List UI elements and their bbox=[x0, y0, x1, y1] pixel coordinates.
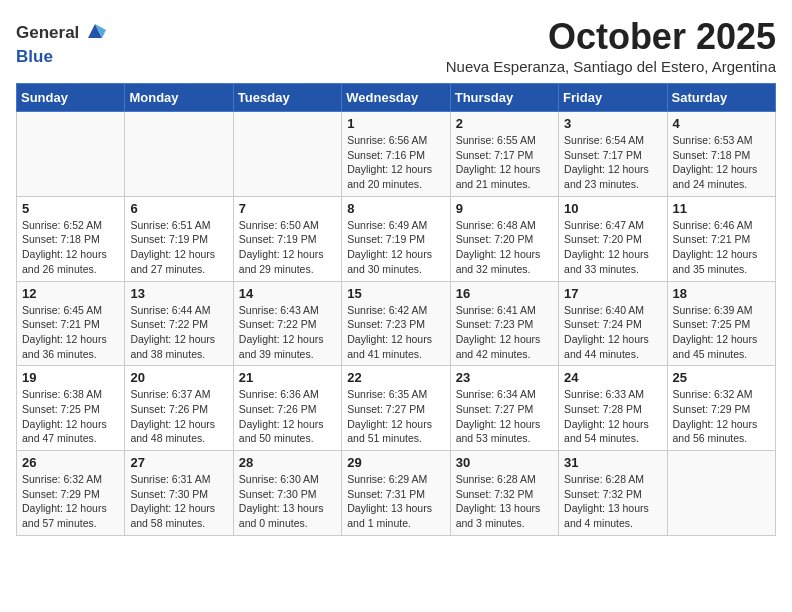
calendar-table: SundayMondayTuesdayWednesdayThursdayFrid… bbox=[16, 83, 776, 536]
cell-info-text: Sunrise: 6:35 AM Sunset: 7:27 PM Dayligh… bbox=[347, 387, 444, 446]
calendar-week-row: 19Sunrise: 6:38 AM Sunset: 7:25 PM Dayli… bbox=[17, 366, 776, 451]
cell-day-number: 9 bbox=[456, 201, 553, 216]
weekday-header-row: SundayMondayTuesdayWednesdayThursdayFrid… bbox=[17, 84, 776, 112]
cell-info-text: Sunrise: 6:50 AM Sunset: 7:19 PM Dayligh… bbox=[239, 218, 336, 277]
title-block: October 2025 Nueva Esperanza, Santiago d… bbox=[446, 16, 776, 75]
calendar-cell bbox=[233, 112, 341, 197]
cell-day-number: 25 bbox=[673, 370, 770, 385]
cell-info-text: Sunrise: 6:28 AM Sunset: 7:32 PM Dayligh… bbox=[564, 472, 661, 531]
cell-day-number: 20 bbox=[130, 370, 227, 385]
cell-day-number: 19 bbox=[22, 370, 119, 385]
logo-icon bbox=[84, 20, 106, 42]
cell-info-text: Sunrise: 6:44 AM Sunset: 7:22 PM Dayligh… bbox=[130, 303, 227, 362]
cell-day-number: 8 bbox=[347, 201, 444, 216]
cell-day-number: 23 bbox=[456, 370, 553, 385]
calendar-week-row: 1Sunrise: 6:56 AM Sunset: 7:16 PM Daylig… bbox=[17, 112, 776, 197]
cell-day-number: 21 bbox=[239, 370, 336, 385]
calendar-cell: 2Sunrise: 6:55 AM Sunset: 7:17 PM Daylig… bbox=[450, 112, 558, 197]
calendar-cell: 24Sunrise: 6:33 AM Sunset: 7:28 PM Dayli… bbox=[559, 366, 667, 451]
cell-info-text: Sunrise: 6:47 AM Sunset: 7:20 PM Dayligh… bbox=[564, 218, 661, 277]
calendar-cell: 11Sunrise: 6:46 AM Sunset: 7:21 PM Dayli… bbox=[667, 196, 775, 281]
calendar-cell: 19Sunrise: 6:38 AM Sunset: 7:25 PM Dayli… bbox=[17, 366, 125, 451]
logo-line2: Blue bbox=[16, 47, 106, 67]
cell-day-number: 7 bbox=[239, 201, 336, 216]
calendar-cell: 1Sunrise: 6:56 AM Sunset: 7:16 PM Daylig… bbox=[342, 112, 450, 197]
cell-day-number: 18 bbox=[673, 286, 770, 301]
cell-day-number: 13 bbox=[130, 286, 227, 301]
cell-day-number: 16 bbox=[456, 286, 553, 301]
cell-day-number: 31 bbox=[564, 455, 661, 470]
calendar-cell: 30Sunrise: 6:28 AM Sunset: 7:32 PM Dayli… bbox=[450, 451, 558, 536]
cell-day-number: 27 bbox=[130, 455, 227, 470]
cell-info-text: Sunrise: 6:34 AM Sunset: 7:27 PM Dayligh… bbox=[456, 387, 553, 446]
cell-info-text: Sunrise: 6:56 AM Sunset: 7:16 PM Dayligh… bbox=[347, 133, 444, 192]
cell-day-number: 14 bbox=[239, 286, 336, 301]
calendar-cell: 16Sunrise: 6:41 AM Sunset: 7:23 PM Dayli… bbox=[450, 281, 558, 366]
cell-info-text: Sunrise: 6:54 AM Sunset: 7:17 PM Dayligh… bbox=[564, 133, 661, 192]
calendar-cell: 14Sunrise: 6:43 AM Sunset: 7:22 PM Dayli… bbox=[233, 281, 341, 366]
cell-day-number: 22 bbox=[347, 370, 444, 385]
calendar-cell: 27Sunrise: 6:31 AM Sunset: 7:30 PM Dayli… bbox=[125, 451, 233, 536]
cell-info-text: Sunrise: 6:45 AM Sunset: 7:21 PM Dayligh… bbox=[22, 303, 119, 362]
cell-info-text: Sunrise: 6:29 AM Sunset: 7:31 PM Dayligh… bbox=[347, 472, 444, 531]
cell-info-text: Sunrise: 6:41 AM Sunset: 7:23 PM Dayligh… bbox=[456, 303, 553, 362]
calendar-cell: 22Sunrise: 6:35 AM Sunset: 7:27 PM Dayli… bbox=[342, 366, 450, 451]
cell-day-number: 29 bbox=[347, 455, 444, 470]
cell-day-number: 24 bbox=[564, 370, 661, 385]
cell-info-text: Sunrise: 6:46 AM Sunset: 7:21 PM Dayligh… bbox=[673, 218, 770, 277]
cell-info-text: Sunrise: 6:32 AM Sunset: 7:29 PM Dayligh… bbox=[673, 387, 770, 446]
cell-day-number: 1 bbox=[347, 116, 444, 131]
cell-info-text: Sunrise: 6:52 AM Sunset: 7:18 PM Dayligh… bbox=[22, 218, 119, 277]
cell-info-text: Sunrise: 6:36 AM Sunset: 7:26 PM Dayligh… bbox=[239, 387, 336, 446]
calendar-cell: 21Sunrise: 6:36 AM Sunset: 7:26 PM Dayli… bbox=[233, 366, 341, 451]
cell-info-text: Sunrise: 6:37 AM Sunset: 7:26 PM Dayligh… bbox=[130, 387, 227, 446]
cell-info-text: Sunrise: 6:32 AM Sunset: 7:29 PM Dayligh… bbox=[22, 472, 119, 531]
cell-day-number: 3 bbox=[564, 116, 661, 131]
cell-info-text: Sunrise: 6:33 AM Sunset: 7:28 PM Dayligh… bbox=[564, 387, 661, 446]
cell-day-number: 17 bbox=[564, 286, 661, 301]
cell-info-text: Sunrise: 6:49 AM Sunset: 7:19 PM Dayligh… bbox=[347, 218, 444, 277]
cell-info-text: Sunrise: 6:55 AM Sunset: 7:17 PM Dayligh… bbox=[456, 133, 553, 192]
cell-info-text: Sunrise: 6:30 AM Sunset: 7:30 PM Dayligh… bbox=[239, 472, 336, 531]
cell-day-number: 6 bbox=[130, 201, 227, 216]
weekday-header: Monday bbox=[125, 84, 233, 112]
cell-day-number: 2 bbox=[456, 116, 553, 131]
calendar-cell: 31Sunrise: 6:28 AM Sunset: 7:32 PM Dayli… bbox=[559, 451, 667, 536]
cell-info-text: Sunrise: 6:51 AM Sunset: 7:19 PM Dayligh… bbox=[130, 218, 227, 277]
cell-info-text: Sunrise: 6:31 AM Sunset: 7:30 PM Dayligh… bbox=[130, 472, 227, 531]
cell-info-text: Sunrise: 6:53 AM Sunset: 7:18 PM Dayligh… bbox=[673, 133, 770, 192]
calendar-cell bbox=[125, 112, 233, 197]
logo-line1: General bbox=[16, 20, 106, 47]
calendar-cell bbox=[17, 112, 125, 197]
calendar-cell: 28Sunrise: 6:30 AM Sunset: 7:30 PM Dayli… bbox=[233, 451, 341, 536]
calendar-cell: 13Sunrise: 6:44 AM Sunset: 7:22 PM Dayli… bbox=[125, 281, 233, 366]
weekday-header: Thursday bbox=[450, 84, 558, 112]
calendar-cell: 29Sunrise: 6:29 AM Sunset: 7:31 PM Dayli… bbox=[342, 451, 450, 536]
calendar-cell: 17Sunrise: 6:40 AM Sunset: 7:24 PM Dayli… bbox=[559, 281, 667, 366]
calendar-cell: 18Sunrise: 6:39 AM Sunset: 7:25 PM Dayli… bbox=[667, 281, 775, 366]
calendar-cell: 12Sunrise: 6:45 AM Sunset: 7:21 PM Dayli… bbox=[17, 281, 125, 366]
cell-info-text: Sunrise: 6:42 AM Sunset: 7:23 PM Dayligh… bbox=[347, 303, 444, 362]
calendar-cell: 15Sunrise: 6:42 AM Sunset: 7:23 PM Dayli… bbox=[342, 281, 450, 366]
cell-day-number: 28 bbox=[239, 455, 336, 470]
calendar-cell: 10Sunrise: 6:47 AM Sunset: 7:20 PM Dayli… bbox=[559, 196, 667, 281]
cell-info-text: Sunrise: 6:38 AM Sunset: 7:25 PM Dayligh… bbox=[22, 387, 119, 446]
month-title: October 2025 bbox=[446, 16, 776, 58]
subtitle: Nueva Esperanza, Santiago del Estero, Ar… bbox=[446, 58, 776, 75]
cell-day-number: 5 bbox=[22, 201, 119, 216]
calendar-week-row: 5Sunrise: 6:52 AM Sunset: 7:18 PM Daylig… bbox=[17, 196, 776, 281]
cell-day-number: 11 bbox=[673, 201, 770, 216]
calendar-cell: 26Sunrise: 6:32 AM Sunset: 7:29 PM Dayli… bbox=[17, 451, 125, 536]
weekday-header: Wednesday bbox=[342, 84, 450, 112]
calendar-cell: 23Sunrise: 6:34 AM Sunset: 7:27 PM Dayli… bbox=[450, 366, 558, 451]
cell-info-text: Sunrise: 6:28 AM Sunset: 7:32 PM Dayligh… bbox=[456, 472, 553, 531]
calendar-cell: 6Sunrise: 6:51 AM Sunset: 7:19 PM Daylig… bbox=[125, 196, 233, 281]
page-header: General Blue October 2025 Nueva Esperanz… bbox=[16, 16, 776, 75]
calendar-week-row: 26Sunrise: 6:32 AM Sunset: 7:29 PM Dayli… bbox=[17, 451, 776, 536]
cell-day-number: 30 bbox=[456, 455, 553, 470]
calendar-week-row: 12Sunrise: 6:45 AM Sunset: 7:21 PM Dayli… bbox=[17, 281, 776, 366]
weekday-header: Saturday bbox=[667, 84, 775, 112]
logo: General Blue bbox=[16, 20, 106, 66]
weekday-header: Tuesday bbox=[233, 84, 341, 112]
cell-info-text: Sunrise: 6:39 AM Sunset: 7:25 PM Dayligh… bbox=[673, 303, 770, 362]
